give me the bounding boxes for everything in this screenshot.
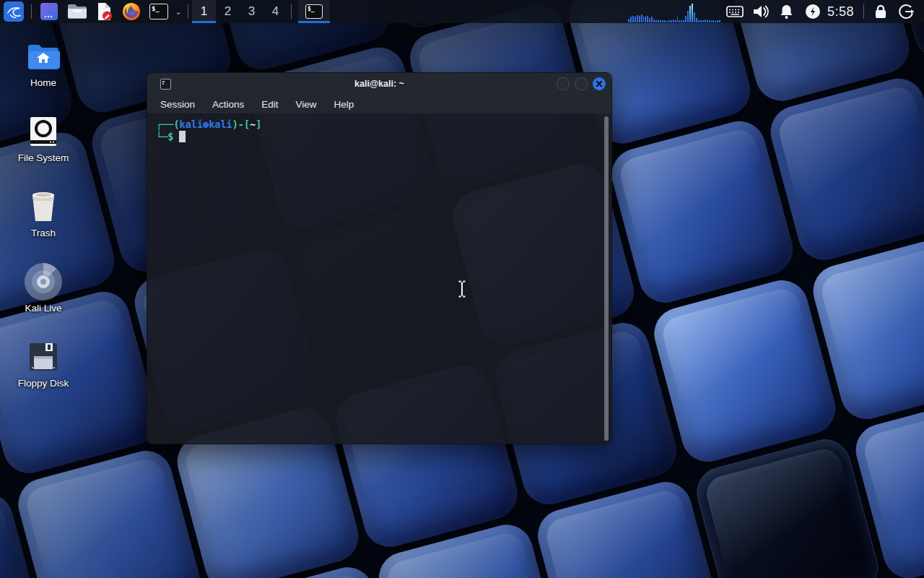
applications-menu-button[interactable] bbox=[0, 0, 27, 23]
terminal-window: kali@kali: ~ Session Actions Edit View H… bbox=[147, 72, 612, 444]
desktop-icon-home[interactable]: Home bbox=[6, 39, 81, 88]
logout-icon[interactable] bbox=[894, 0, 920, 23]
maximize-button[interactable] bbox=[575, 77, 588, 90]
desktop-icon-kali-live[interactable]: Kali Live bbox=[6, 264, 81, 314]
menu-help[interactable]: Help bbox=[334, 99, 354, 110]
kali-at-symbol-icon: ⊛ bbox=[203, 118, 209, 130]
panel-separator bbox=[863, 4, 864, 19]
menu-actions[interactable]: Actions bbox=[212, 99, 244, 110]
workspace-label: 1 bbox=[201, 4, 207, 19]
close-button[interactable] bbox=[593, 77, 606, 90]
minimize-button[interactable] bbox=[557, 77, 570, 90]
lock-screen-icon[interactable] bbox=[868, 0, 894, 23]
desktop-icon-label: Trash bbox=[31, 228, 56, 238]
desktop-icon-label: Kali Live bbox=[25, 303, 61, 314]
desktop-icon-label: File System bbox=[18, 152, 69, 163]
prompt-line-1: ┌──(kali⊛kali)-[~] bbox=[156, 118, 603, 131]
window-controls bbox=[557, 77, 606, 90]
chevron-down-icon[interactable]: ⌄ bbox=[173, 0, 184, 23]
top-panel: $_ ⌄ 1 2 3 4 $_ bbox=[0, 0, 924, 23]
terminal-content[interactable]: ┌──(kali⊛kali)-[~] └─$ bbox=[147, 113, 611, 444]
terminal-scrollbar[interactable] bbox=[604, 116, 609, 441]
text-cursor-pointer bbox=[456, 279, 468, 302]
hard-drive-icon bbox=[28, 114, 58, 149]
desktop-icon-label: Floppy Disk bbox=[18, 378, 69, 389]
menu-session[interactable]: Session bbox=[160, 99, 195, 110]
menu-edit[interactable]: Edit bbox=[261, 99, 278, 110]
power-manager-icon[interactable] bbox=[800, 0, 826, 23]
trash-can-icon bbox=[29, 189, 58, 224]
firefox-icon bbox=[122, 2, 141, 21]
desktop-icon-file-system[interactable]: File System bbox=[6, 114, 81, 163]
taskbar-terminal-button[interactable]: $_ bbox=[298, 0, 330, 23]
window-title: kali@kali: ~ bbox=[147, 79, 611, 89]
menu-view[interactable]: View bbox=[296, 99, 317, 110]
workspace-label: 3 bbox=[248, 4, 255, 19]
prompt-line-2: └─$ bbox=[156, 131, 603, 143]
terminal-icon: $_ bbox=[305, 4, 323, 19]
app-finder-icon bbox=[40, 2, 58, 21]
launcher-app-finder[interactable] bbox=[35, 0, 63, 23]
desktop-icon-floppy-disk[interactable]: Floppy Disk bbox=[6, 340, 81, 389]
launcher-file-manager[interactable] bbox=[63, 0, 90, 23]
notifications-bell-icon[interactable] bbox=[774, 0, 800, 23]
optical-disc-icon bbox=[24, 264, 63, 299]
workspace-2[interactable]: 2 bbox=[216, 0, 240, 23]
close-icon bbox=[596, 80, 603, 87]
terminal-cursor bbox=[179, 131, 186, 142]
desktop: Home File System bbox=[0, 0, 924, 578]
scrollbar-thumb[interactable] bbox=[604, 116, 609, 441]
workspace-3[interactable]: 3 bbox=[240, 0, 263, 23]
workspace-label: 2 bbox=[225, 4, 231, 19]
panel-right: 5:58 bbox=[627, 0, 924, 23]
terminal-icon: $_ bbox=[149, 4, 168, 20]
volume-icon[interactable] bbox=[748, 0, 774, 23]
kali-logo-icon bbox=[4, 1, 24, 22]
wallpaper-cube bbox=[648, 275, 841, 467]
home-folder-icon bbox=[27, 39, 60, 74]
keyboard-layout-icon[interactable] bbox=[722, 0, 748, 23]
launcher-firefox[interactable] bbox=[118, 0, 145, 23]
desktop-icon-trash[interactable]: Trash bbox=[6, 189, 81, 238]
panel-separator bbox=[31, 4, 32, 19]
floppy-disk-icon bbox=[28, 340, 58, 374]
system-load-monitor[interactable] bbox=[627, 0, 722, 23]
titlebar[interactable]: kali@kali: ~ bbox=[147, 73, 611, 95]
desktop-icon-label: Home bbox=[30, 77, 56, 88]
launcher-terminal[interactable]: $_ bbox=[145, 0, 173, 23]
panel-left: $_ ⌄ 1 2 3 4 $_ bbox=[0, 0, 330, 23]
workspace-label: 4 bbox=[272, 4, 279, 19]
text-editor-icon bbox=[95, 2, 113, 21]
workspace-1[interactable]: 1 bbox=[192, 0, 216, 23]
file-manager-icon bbox=[67, 3, 87, 20]
wallpaper-cube bbox=[606, 116, 798, 309]
terminal-menubar: Session Actions Edit View Help bbox=[147, 95, 611, 113]
clock[interactable]: 5:58 bbox=[826, 4, 860, 20]
launcher-text-editor[interactable] bbox=[90, 0, 118, 23]
window-terminal-icon bbox=[160, 79, 171, 90]
workspace-4[interactable]: 4 bbox=[263, 0, 287, 23]
desktop-icon-column: Home File System bbox=[6, 39, 81, 389]
panel-separator bbox=[188, 4, 188, 19]
panel-separator bbox=[291, 4, 292, 19]
